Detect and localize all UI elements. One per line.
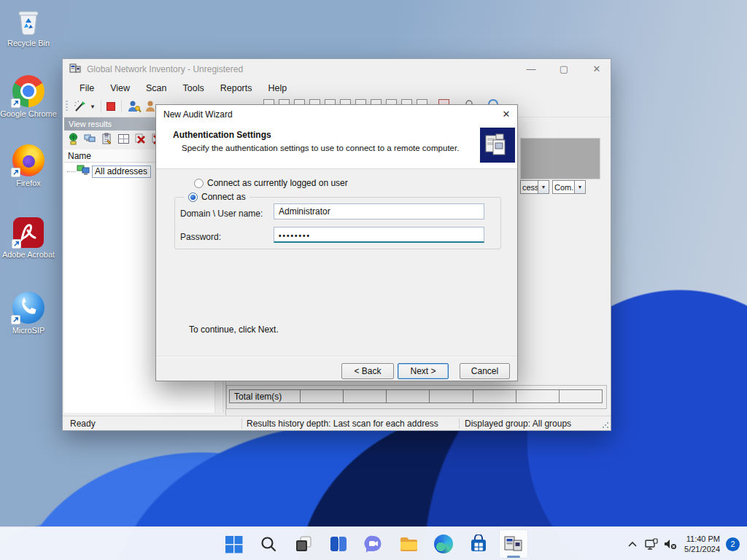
wizard-subtitle: Specify the authentication settings to u… — [182, 144, 466, 152]
close-button[interactable]: ✕ — [584, 59, 609, 79]
process-filter-dropdown[interactable]: cess... ▼ — [520, 180, 549, 194]
totals-footer: Total item(s) — [226, 385, 607, 409]
cancel-button[interactable]: Cancel — [460, 363, 510, 379]
network-scan-icon[interactable] — [67, 133, 80, 147]
shortcut-arrow-icon — [11, 98, 20, 108]
chat-button[interactable] — [359, 529, 388, 559]
edge-button[interactable] — [429, 529, 458, 559]
computers-icon[interactable] — [84, 133, 96, 147]
desktop-icon-label: MicroSIP — [0, 326, 57, 335]
menu-help[interactable]: Help — [260, 81, 295, 96]
maximize-button[interactable]: ▢ — [551, 59, 576, 79]
wizard-computer-icon — [480, 128, 515, 163]
desktop-icon-label: Firefox — [0, 179, 57, 188]
window-title: Global Network Inventory - Unregistered — [87, 64, 243, 74]
dialog-titlebar[interactable]: New Audit Wizard — [156, 105, 517, 123]
microsip-icon — [12, 292, 44, 324]
dialog-close-icon[interactable]: ✕ — [499, 107, 514, 121]
chat-icon — [364, 534, 383, 553]
chrome-icon — [12, 75, 44, 107]
menu-scan[interactable]: Scan — [138, 81, 175, 96]
minimize-button[interactable]: — — [519, 59, 543, 79]
tasks-icon[interactable] — [101, 133, 113, 147]
tree-item-all-addresses[interactable]: All addresses — [67, 165, 151, 178]
radio-connect-as-label[interactable]: Connect as — [201, 192, 246, 202]
taskbar: 11:40 PM 5/21/2024 2 — [0, 526, 747, 560]
shortcut-arrow-icon — [12, 239, 21, 249]
tray-clock[interactable]: 11:40 PM 5/21/2024 — [684, 534, 720, 554]
gni-app-icon — [503, 534, 524, 554]
windows-logo-icon — [225, 535, 243, 553]
grid-view-icon[interactable] — [117, 133, 130, 147]
desktop-icon-label: Google Chrome — [0, 109, 57, 119]
app-icon — [69, 63, 81, 77]
tray-chevron-up-icon[interactable] — [623, 527, 642, 560]
password-label: Password: — [180, 232, 221, 242]
desktop-icon-microsip[interactable]: MicroSIP — [0, 292, 57, 335]
desktop-icon-acrobat[interactable]: Adobe Acrobat — [0, 217, 57, 260]
chevron-down-icon[interactable]: ▼ — [574, 181, 585, 193]
widgets-button[interactable] — [324, 529, 353, 559]
search-button[interactable] — [254, 529, 283, 559]
total-cell — [343, 390, 386, 402]
widgets-icon — [329, 534, 348, 553]
tree-item-label[interactable]: All addresses — [92, 166, 151, 178]
results-banner — [520, 138, 600, 179]
domain-user-label: Domain \ User name: — [180, 209, 263, 219]
task-view-button[interactable] — [289, 529, 318, 559]
menu-reports[interactable]: Reports — [212, 81, 260, 96]
folder-icon — [399, 534, 419, 554]
tray-network-icon[interactable] — [642, 527, 661, 560]
tray-time: 11:40 PM — [684, 534, 720, 544]
menu-tools[interactable]: Tools — [175, 81, 212, 96]
computer-filter-dropdown[interactable]: Com... ▼ — [552, 180, 586, 194]
wizard-dropdown-caret[interactable]: ▼ — [90, 104, 96, 110]
delete-result-icon[interactable] — [134, 133, 147, 147]
radio-current-user[interactable]: Connect as currently logged on user — [194, 178, 348, 188]
gni-app-button[interactable] — [499, 529, 528, 559]
desktop-icon-chrome[interactable]: Google Chrome — [0, 75, 57, 119]
stop-scan-icon[interactable] — [107, 102, 115, 111]
total-cell — [300, 390, 343, 402]
back-button[interactable]: < Back — [341, 363, 394, 379]
shortcut-arrow-icon — [11, 168, 20, 177]
next-button[interactable]: Next > — [398, 363, 449, 379]
notification-badge[interactable]: 2 — [726, 537, 740, 551]
user-credentials-icon[interactable] — [127, 99, 142, 116]
address-group-icon — [77, 165, 90, 178]
wizard-header: Authentication Settings Specify the auth… — [156, 123, 517, 169]
resize-grip[interactable] — [602, 421, 609, 429]
password-field[interactable]: •••••••• — [274, 227, 484, 243]
acrobat-icon — [13, 217, 44, 248]
radio-current-user-label[interactable]: Connect as currently logged on user — [207, 178, 348, 188]
radio-connect-as[interactable]: Connect as — [185, 192, 249, 202]
total-cell — [473, 390, 516, 402]
store-button[interactable] — [464, 529, 493, 559]
status-history-depth: Results history depth: Last scan for eac… — [247, 419, 438, 429]
radio-on-icon[interactable] — [188, 192, 198, 202]
firefox-icon — [12, 144, 44, 176]
file-explorer-button[interactable] — [394, 529, 423, 559]
total-cell — [559, 390, 602, 402]
domain-user-field[interactable]: Administrator — [274, 203, 484, 219]
total-cell — [386, 390, 429, 402]
status-bar: Ready Results history depth: Last scan f… — [63, 416, 611, 430]
desktop-icon-recycle-bin[interactable]: Recycle Bin — [0, 6, 57, 48]
edge-icon — [434, 534, 453, 553]
recycle-bin-icon — [14, 6, 43, 36]
menu-file[interactable]: File — [71, 81, 102, 96]
continue-hint: To continue, click Next. — [189, 324, 279, 335]
menu-view[interactable]: View — [102, 81, 138, 96]
store-icon — [469, 534, 488, 553]
search-icon — [260, 535, 277, 553]
chevron-down-icon[interactable]: ▼ — [538, 181, 549, 193]
wizard-heading: Authentication Settings — [173, 130, 271, 140]
total-cell — [516, 390, 559, 402]
radio-off-icon[interactable] — [194, 179, 204, 188]
status-ready: Ready — [70, 419, 96, 429]
tray-volume-muted-icon[interactable] — [661, 527, 680, 560]
new-scan-wizard-icon[interactable] — [73, 99, 88, 116]
desktop-icon-firefox[interactable]: Firefox — [0, 144, 57, 188]
total-items-label: Total item(s) — [230, 390, 300, 402]
start-button[interactable] — [219, 529, 248, 559]
